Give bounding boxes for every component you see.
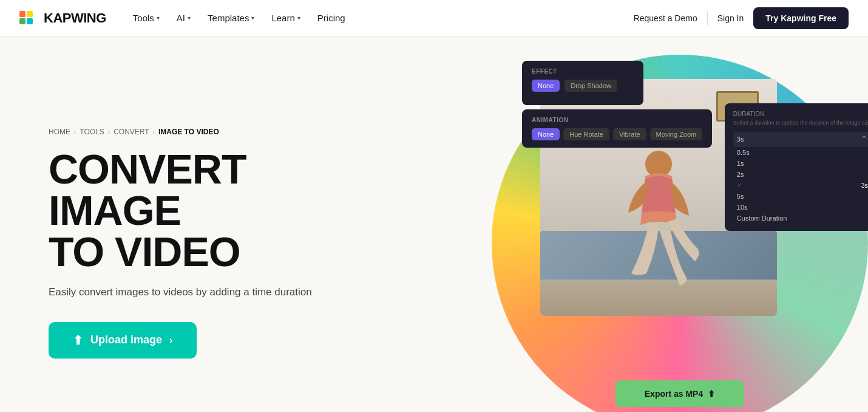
breadcrumb-convert[interactable]: CONVERT <box>114 128 149 136</box>
hero-section: HOME › TOOLS › CONVERT › IMAGE TO VIDEO … <box>0 36 868 412</box>
rainbow-circle: EFFECT None Drop Shadow ANIMATION None H… <box>492 55 868 412</box>
animation-panel: ANIMATION None Hue Rotate Vibrate Moving… <box>522 109 712 148</box>
nav-links: Tools ▾ AI ▾ Templates ▾ Learn ▾ Pricing <box>126 8 353 28</box>
nav-ai[interactable]: AI ▾ <box>169 8 198 28</box>
hero-left: HOME › TOOLS › CONVERT › IMAGE TO VIDEO … <box>49 128 364 359</box>
scroll-up-icon: ⌃ <box>860 134 868 145</box>
export-mp4-button[interactable]: Export as MP4 ⬆ <box>615 380 744 407</box>
chevron-down-icon: ▾ <box>251 15 254 21</box>
upload-button-label: Upload image <box>90 334 162 346</box>
hero-title-line2: TO VIDEO <box>49 228 240 275</box>
svg-rect-3 <box>27 18 33 24</box>
navbar: KAPWING Tools ▾ AI ▾ Templates ▾ Learn ▾… <box>0 0 868 36</box>
duration-option-0-5s[interactable]: 0.5s <box>733 147 868 158</box>
duration-panel-desc: Select a duration to update the duration… <box>733 120 868 127</box>
hero-subtitle: Easily convert images to videos by addin… <box>49 284 364 300</box>
nav-right: Request a Demo Sign In Try Kapwing Free <box>634 7 849 29</box>
duration-panel: DURATION Select a duration to update the… <box>725 103 868 231</box>
nav-tools[interactable]: Tools ▾ <box>126 8 167 28</box>
effect-panel-buttons: None Drop Shadow <box>532 80 634 92</box>
check-icon: ✓ <box>737 182 742 188</box>
nav-divider <box>707 11 708 26</box>
breadcrumb-sep-3: › <box>153 129 155 136</box>
duration-option-10s[interactable]: 10s <box>733 202 868 213</box>
effect-none-button[interactable]: None <box>532 80 560 92</box>
animation-panel-label: ANIMATION <box>532 117 702 123</box>
logo-area[interactable]: KAPWING <box>19 10 106 26</box>
nav-left: KAPWING Tools ▾ AI ▾ Templates ▾ Learn ▾… <box>19 8 353 28</box>
export-icon: ⬆ <box>708 389 715 399</box>
duration-option-2s[interactable]: 2s <box>733 169 868 180</box>
duration-option-custom[interactable]: Custom Duration <box>733 213 868 224</box>
hero-right: EFFECT None Drop Shadow ANIMATION None H… <box>407 73 844 412</box>
export-button-label: Export as MP4 <box>645 389 703 399</box>
request-demo-button[interactable]: Request a Demo <box>634 13 697 23</box>
arrow-right-icon: › <box>169 335 172 346</box>
upload-image-button[interactable]: ⬆ Upload image › <box>49 322 197 359</box>
hero-title-line1: CONVERT IMAGE <box>49 146 246 233</box>
breadcrumb-home[interactable]: HOME <box>49 128 70 136</box>
nav-learn[interactable]: Learn ▾ <box>264 8 307 28</box>
duration-option-3s-top[interactable]: 3s ⌃ <box>733 132 868 147</box>
duration-option-1s[interactable]: 1s <box>733 158 868 169</box>
effect-panel-label: EFFECT <box>532 68 634 75</box>
duration-option-3s-selected[interactable]: ✓ 3s <box>733 180 868 191</box>
breadcrumb-sep-1: › <box>74 129 76 136</box>
nav-pricing[interactable]: Pricing <box>310 8 353 28</box>
hero-title: CONVERT IMAGE TO VIDEO <box>49 148 364 272</box>
anim-none-button[interactable]: None <box>532 128 560 140</box>
chevron-down-icon: ▾ <box>188 15 191 21</box>
brand-name: KAPWING <box>44 10 106 26</box>
duration-option-5s[interactable]: 5s <box>733 191 868 202</box>
sign-in-button[interactable]: Sign In <box>717 13 744 23</box>
chevron-down-icon: ▾ <box>297 15 300 21</box>
breadcrumb: HOME › TOOLS › CONVERT › IMAGE TO VIDEO <box>49 128 364 136</box>
svg-rect-0 <box>19 11 25 17</box>
effect-drop-shadow-button[interactable]: Drop Shadow <box>565 80 617 92</box>
anim-moving-zoom-button[interactable]: Moving Zoom <box>650 128 703 140</box>
effect-panel: EFFECT None Drop Shadow <box>522 61 643 105</box>
logo-icon <box>19 11 39 26</box>
svg-rect-1 <box>27 11 33 17</box>
breadcrumb-current: IMAGE TO VIDEO <box>158 128 219 136</box>
anim-vibrate-button[interactable]: Vibrate <box>613 128 646 140</box>
chevron-down-icon: ▾ <box>157 15 160 21</box>
animation-panel-buttons: None Hue Rotate Vibrate Moving Zoom <box>532 128 702 140</box>
upload-icon: ⬆ <box>73 333 83 348</box>
nav-templates[interactable]: Templates ▾ <box>200 8 262 28</box>
breadcrumb-tools[interactable]: TOOLS <box>80 128 104 136</box>
try-free-button[interactable]: Try Kapwing Free <box>753 7 849 29</box>
duration-panel-label: DURATION <box>733 111 868 117</box>
svg-rect-2 <box>19 18 25 24</box>
anim-hue-rotate-button[interactable]: Hue Rotate <box>563 128 609 140</box>
breadcrumb-sep-2: › <box>108 129 110 136</box>
